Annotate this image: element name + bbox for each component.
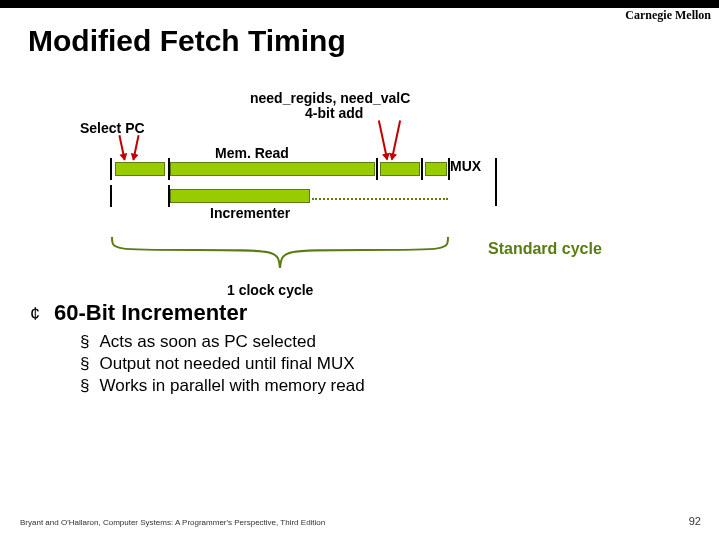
arrow-icon (132, 135, 139, 160)
bar-incrementer (170, 189, 310, 203)
tick (110, 185, 112, 207)
list-item: § Acts as soon as PC selected (80, 332, 670, 352)
list-item-text: Output not needed until final MUX (99, 354, 354, 374)
tick (110, 158, 112, 180)
square-bullet-icon: § (80, 332, 89, 352)
tick (168, 158, 170, 180)
tick (421, 158, 423, 180)
square-bullet-icon: § (80, 354, 89, 374)
bar-mux (425, 162, 447, 176)
arrow-icon (118, 135, 125, 160)
bar-select-pc (115, 162, 165, 176)
slide-title: Modified Fetch Timing (28, 24, 346, 58)
brace-icon (110, 235, 450, 270)
top-bar (0, 0, 719, 8)
label-mux: MUX (450, 158, 481, 174)
list-item-text: Acts as soon as PC selected (99, 332, 315, 352)
tick (168, 185, 170, 207)
list-item-text: Works in parallel with memory read (99, 376, 364, 396)
arrow-icon (378, 120, 388, 160)
tick (448, 158, 450, 180)
sub-bullet-list: § Acts as soon as PC selected § Output n… (80, 332, 670, 396)
label-4bit-add: 4-bit add (305, 105, 363, 121)
label-clock-cycle: 1 clock cycle (227, 282, 313, 298)
timing-diagram: Select PC need_regids, need_valC 4-bit a… (80, 80, 640, 280)
tick (376, 158, 378, 180)
page-number: 92 (689, 515, 701, 527)
list-item: § Works in parallel with memory read (80, 376, 670, 396)
label-need-regids: need_regids, need_valC (250, 90, 410, 106)
tick-standard (495, 158, 497, 206)
square-bullet-icon: § (80, 376, 89, 396)
label-select-pc: Select PC (80, 120, 145, 136)
bullet-heading: ¢ 60-Bit Incrementer (30, 300, 670, 326)
label-mem-read: Mem. Read (215, 145, 289, 161)
label-incrementer: Incrementer (210, 205, 290, 221)
footer-citation: Bryant and O'Hallaron, Computer Systems:… (20, 518, 325, 527)
heading-text: 60-Bit Incrementer (54, 300, 247, 326)
label-standard-cycle: Standard cycle (488, 240, 602, 258)
institution-header: Carnegie Mellon (625, 8, 711, 23)
bar-add (380, 162, 420, 176)
bullet-marker-icon: ¢ (30, 304, 40, 325)
dotted-extension (312, 198, 448, 200)
list-item: § Output not needed until final MUX (80, 354, 670, 374)
content-area: ¢ 60-Bit Incrementer § Acts as soon as P… (30, 300, 670, 398)
bar-mem-read (170, 162, 375, 176)
arrow-icon (391, 120, 401, 160)
